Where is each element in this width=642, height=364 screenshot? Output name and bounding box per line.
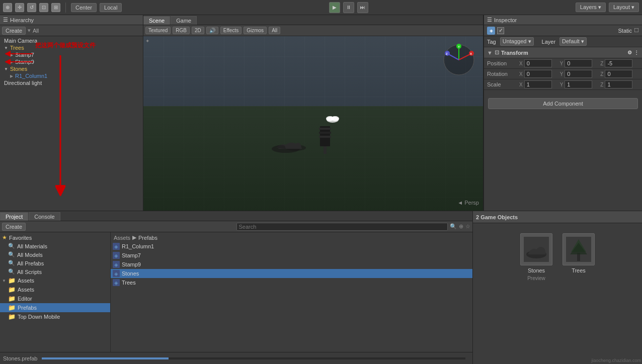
star-filter-icon[interactable]: ☆ xyxy=(465,223,470,230)
rgb-btn[interactable]: RGB xyxy=(173,27,190,34)
effects-btn[interactable]: Effects xyxy=(220,27,242,34)
project-file-trees[interactable]: ◈ Trees xyxy=(111,278,472,287)
project-file-stamp9[interactable]: ◈ Stamp9 xyxy=(111,260,472,269)
project-tree-item-all-materials[interactable]: 🔍 All Materials xyxy=(0,242,110,250)
project-tree-item-assets-folder[interactable]: 📁 Assets xyxy=(0,285,110,294)
position-y-input[interactable] xyxy=(565,59,592,67)
eyedropper-icon[interactable]: ⊕ xyxy=(459,223,463,230)
audio-icon[interactable]: 🔊 xyxy=(206,27,218,34)
r1col-prefab-icon: ◈ xyxy=(113,243,120,250)
hierarchy-item-stamp9[interactable]: ▶ Stamp9 xyxy=(0,58,143,65)
layer-dropdown[interactable]: Default ▾ xyxy=(559,37,587,46)
position-x-input[interactable] xyxy=(524,59,552,67)
active-checkbox[interactable]: ✓ xyxy=(497,27,504,34)
project-tree-item-editor[interactable]: 📁 Editor xyxy=(0,294,110,303)
hand-tool-icon[interactable]: ✛ xyxy=(15,3,24,12)
hierarchy-menu-icon[interactable]: ☰ xyxy=(3,17,8,23)
position-z-input[interactable] xyxy=(605,59,632,67)
gizmos-all-btn[interactable]: All xyxy=(269,27,280,34)
project-tree-item-all-models[interactable]: 🔍 All Models xyxy=(0,250,110,259)
2d-btn[interactable]: 2D xyxy=(192,27,204,34)
pos-x-label: X xyxy=(519,61,523,66)
project-file-stones[interactable]: ◈ Stones xyxy=(111,269,472,278)
tab-project[interactable]: Project xyxy=(0,212,28,221)
project-tree-item-all-prefabs[interactable]: 🔍 All Prefabs xyxy=(0,259,110,267)
rotation-x-input[interactable] xyxy=(524,70,552,78)
stamp7-expand-icon: ▶ xyxy=(10,53,13,57)
scale-z-input[interactable] xyxy=(605,80,632,88)
tab-project-label: Project xyxy=(6,214,23,220)
project-tree-item-topdown[interactable]: 📁 Top Down Mobile xyxy=(0,312,110,321)
tag-dropdown[interactable]: Untagged ▾ xyxy=(500,37,534,46)
rot-z-label: Z xyxy=(600,71,603,77)
layout-dropdown[interactable]: Layout ▾ xyxy=(609,3,639,12)
project-tree-item-favorites[interactable]: ★ Favorites xyxy=(0,233,110,242)
rotation-y-input[interactable] xyxy=(565,70,592,78)
rotation-z-input[interactable] xyxy=(605,70,632,78)
space-label: Local xyxy=(104,5,117,11)
move-tool-icon[interactable]: ↺ xyxy=(27,3,36,12)
textured-btn[interactable]: Textured xyxy=(145,27,171,34)
rot-y-label: Y xyxy=(560,71,564,77)
trees-go-item[interactable]: Trees xyxy=(563,233,595,274)
tab-scene-label: Scene xyxy=(149,18,165,24)
scale-tool-icon[interactable]: ⊞ xyxy=(51,3,60,12)
project-search-input[interactable] xyxy=(236,223,448,231)
hierarchy-item-main-camera[interactable]: Main Camera xyxy=(0,37,143,44)
pivot-toggle[interactable]: Center xyxy=(71,3,97,12)
project-tree-item-prefabs[interactable]: 📁 Prefabs xyxy=(0,303,110,312)
project-file-r1column[interactable]: ◈ R1_Column1 xyxy=(111,242,472,251)
prefabs-folder-icon: 📁 xyxy=(8,304,16,311)
static-checkbox[interactable]: ☐ xyxy=(634,27,639,34)
all-models-search-icon: 🔍 xyxy=(8,251,15,258)
pause-button[interactable]: ⏸ xyxy=(343,2,354,13)
project-toolbar: Create 🔍 ⊕ ☆ xyxy=(0,221,472,232)
stones-go-item[interactable]: Stones Preview xyxy=(520,233,552,281)
rotate-tool-icon[interactable]: ⊡ xyxy=(39,3,48,12)
tab-scene[interactable]: Scene xyxy=(143,16,170,25)
transform-more-icon[interactable]: ⋮ xyxy=(634,50,639,55)
project-tabs-bar: Project Console xyxy=(0,211,472,221)
hierarchy-search-label: All xyxy=(33,28,39,34)
hierarchy-content: Main Camera ▼ Trees ▶ Stamp7 ▶ Stamp9 ▼ … xyxy=(0,36,143,211)
transform-expand-icon[interactable]: ▼ xyxy=(487,50,493,56)
stones-label: Stones xyxy=(10,66,27,72)
add-component-button[interactable]: Add Component xyxy=(488,98,638,109)
hierarchy-panel: ☰ Hierarchy Create ▾ All Main Camera ▼ T… xyxy=(0,15,143,211)
project-file-stamp7[interactable]: ◈ Stamp7 xyxy=(111,251,472,260)
prefabs-breadcrumb-label[interactable]: Prefabs xyxy=(138,235,157,241)
gizmos-btn[interactable]: Gizmos xyxy=(244,27,267,34)
project-tree-item-all-scripts[interactable]: 🔍 All Scripts xyxy=(0,267,110,276)
tab-console[interactable]: Console xyxy=(29,212,60,221)
space-toggle[interactable]: Local xyxy=(100,3,122,12)
tab-game[interactable]: Game xyxy=(171,16,197,25)
inspector-menu-icon[interactable]: ☰ xyxy=(487,17,492,23)
breadcrumb-arrow-icon: ▶ xyxy=(132,234,136,241)
scale-y-label: Y xyxy=(560,82,564,87)
transform-settings-icon[interactable]: ⚙ xyxy=(627,50,632,55)
tab-game-label: Game xyxy=(176,18,191,24)
pivot-label: Center xyxy=(75,5,92,11)
tab-console-label: Console xyxy=(34,214,54,220)
hierarchy-item-r1column[interactable]: ▶ R1_Column1 xyxy=(0,72,143,79)
project-create-btn[interactable]: Create xyxy=(2,223,26,231)
hierarchy-create-btn[interactable]: Create xyxy=(2,27,26,35)
hierarchy-item-stamp7[interactable]: ▶ Stamp7 xyxy=(0,51,143,58)
project-tree-item-assets-root[interactable]: ▼ 📁 Assets xyxy=(0,276,110,285)
hierarchy-item-dirlight[interactable]: Directional light xyxy=(0,79,143,86)
toolbar-sep-1 xyxy=(65,3,66,13)
assets-breadcrumb-label[interactable]: Assets xyxy=(114,235,130,241)
play-button[interactable]: ▶ xyxy=(329,2,340,13)
scale-y-input[interactable] xyxy=(565,80,592,88)
layers-dropdown[interactable]: Layers ▾ xyxy=(576,3,606,12)
stones-3d-obj xyxy=(271,134,311,155)
assets-root-label: Assets xyxy=(18,278,34,284)
hierarchy-item-trees[interactable]: ▼ Trees xyxy=(0,44,143,51)
project-tree: ★ Favorites 🔍 All Materials 🔍 All Models… xyxy=(0,232,111,352)
hierarchy-item-stones[interactable]: ▼ Stones xyxy=(0,65,143,72)
scene-view[interactable]: Y X Z ◄ Persp ✦ xyxy=(143,36,483,211)
scale-x-input[interactable] xyxy=(524,80,552,88)
inspector-spacer xyxy=(484,90,642,94)
step-button[interactable]: ⏭ xyxy=(357,2,368,13)
scene-objects-group xyxy=(271,124,335,155)
